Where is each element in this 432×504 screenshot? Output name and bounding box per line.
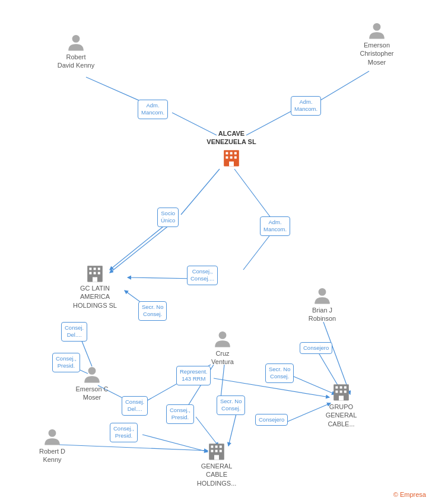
svg-rect-53 [340, 391, 342, 393]
label-consej-consej-1: Consej.,Consej.... [187, 266, 218, 285]
person-icon-brian [313, 286, 332, 305]
svg-line-4 [181, 169, 220, 215]
svg-rect-35 [229, 161, 234, 166]
svg-rect-29 [225, 152, 228, 154]
node-alcave-venezuela: ALCAVEVENEZUELA SL [205, 129, 258, 168]
emerson-christopher-moser-label: EmersonChristopherMoser [350, 41, 404, 66]
svg-rect-62 [220, 450, 222, 452]
node-robert-d-kenny: Robert DKenny [28, 427, 76, 464]
label-secr-no-consej-2: Secr. NoConsej. [217, 395, 245, 415]
svg-rect-49 [335, 386, 338, 388]
svg-rect-40 [89, 272, 91, 275]
robert-david-kenny-label: RobertDavid Kenny [52, 53, 100, 70]
svg-rect-43 [93, 277, 97, 282]
watermark: © Empresa [393, 491, 426, 498]
label-secr-no-consej-1: Secr. NoConsej. [138, 301, 167, 321]
node-gc-latin-america: GC LATINAMERICAHOLDINGS SL [68, 264, 122, 310]
gc-latin-label: GC LATINAMERICAHOLDINGS SL [68, 284, 122, 310]
person-icon-cruz [213, 329, 232, 348]
svg-line-1 [315, 71, 369, 104]
alcave-label: ALCAVEVENEZUELA SL [205, 129, 258, 146]
svg-line-20 [59, 445, 208, 451]
svg-line-5 [234, 169, 273, 221]
label-consej-del-2: Consej.Del.... [122, 396, 148, 416]
svg-rect-63 [214, 455, 219, 460]
watermark-copyright: © [393, 491, 398, 498]
node-general-cable-holdings: GENERALCABLEHOLDINGS... [193, 442, 240, 487]
person-icon-emerson-c [82, 365, 101, 384]
svg-rect-34 [234, 156, 237, 158]
robert-d-kenny-label: Robert DKenny [28, 447, 76, 464]
person-icon-2 [367, 21, 386, 40]
label-adm-mancom-2: Adm.Mancom. [291, 96, 321, 116]
node-robert-david-kenny: RobertDavid Kenny [52, 33, 100, 70]
cruz-ventura-label: CruzVentura [202, 349, 243, 366]
label-consejero-1: Consejero [300, 342, 332, 354]
node-grupo-general-cable: GRUPOGENERALCABLE... [317, 382, 365, 428]
svg-line-8 [243, 231, 273, 270]
label-represent-143: Represent.143 RRM [176, 366, 211, 385]
svg-rect-37 [89, 267, 91, 270]
svg-rect-30 [230, 152, 233, 154]
person-icon [66, 33, 85, 52]
svg-rect-31 [234, 152, 237, 154]
svg-rect-32 [225, 156, 228, 158]
diagram-canvas: RobertDavid Kenny EmersonChristopherMose… [0, 0, 432, 504]
node-cruz-ventura: CruzVentura [202, 329, 243, 366]
svg-point-44 [319, 288, 326, 296]
svg-rect-61 [215, 450, 218, 452]
svg-line-7 [128, 277, 196, 279]
svg-rect-58 [215, 445, 218, 448]
general-cable-holdings-label: GENERALCABLEHOLDINGS... [193, 462, 240, 487]
svg-point-47 [49, 429, 56, 437]
label-adm-mancom-1: Adm.Mancom. [138, 100, 168, 119]
node-emerson-christopher-moser: EmersonChristopherMoser [350, 21, 404, 66]
svg-point-27 [373, 23, 381, 31]
building-icon-gc-latin [85, 264, 104, 283]
svg-rect-41 [94, 272, 96, 275]
svg-rect-60 [211, 450, 213, 452]
label-consej-del-1: Consej.Del.... [61, 322, 87, 342]
label-consejero-2: Consejero [255, 414, 288, 426]
svg-line-25 [110, 219, 172, 270]
person-icon-robert-d [43, 427, 62, 446]
svg-rect-39 [98, 267, 100, 270]
building-icon-grupo [332, 382, 351, 401]
emerson-c-moser-label: Emerson CMoser [68, 385, 116, 402]
label-consej-presid-1: Consej.,Presid. [52, 353, 80, 372]
building-icon-gc-holdings [207, 442, 226, 461]
svg-rect-42 [98, 272, 100, 275]
svg-point-45 [219, 331, 227, 339]
label-adm-mancom-3: Adm.Mancom. [260, 216, 290, 236]
node-brian-j-robinson: Brian JRobinson [298, 286, 346, 323]
grupo-general-cable-label: GRUPOGENERALCABLE... [317, 403, 365, 428]
svg-point-26 [72, 35, 80, 43]
label-socio-unico: SocioÚnico [157, 208, 179, 227]
svg-rect-52 [335, 391, 338, 393]
building-icon-alcave [222, 148, 241, 167]
svg-point-46 [88, 367, 96, 375]
svg-rect-54 [344, 391, 347, 393]
brian-robinson-label: Brian JRobinson [298, 306, 346, 323]
watermark-brand: Empresa [400, 491, 426, 498]
svg-rect-33 [230, 156, 233, 158]
svg-rect-57 [211, 445, 213, 448]
label-consej-presid-2: Consej.,Presid. [166, 404, 194, 424]
label-consej-presid-3: Consej.,Presid. [110, 423, 138, 442]
svg-rect-55 [339, 395, 344, 400]
svg-rect-38 [94, 267, 96, 270]
svg-rect-50 [340, 386, 342, 388]
svg-rect-51 [344, 386, 347, 388]
svg-rect-59 [220, 445, 222, 448]
label-secr-no-consej-3: Secr. NoConsej. [265, 363, 294, 383]
